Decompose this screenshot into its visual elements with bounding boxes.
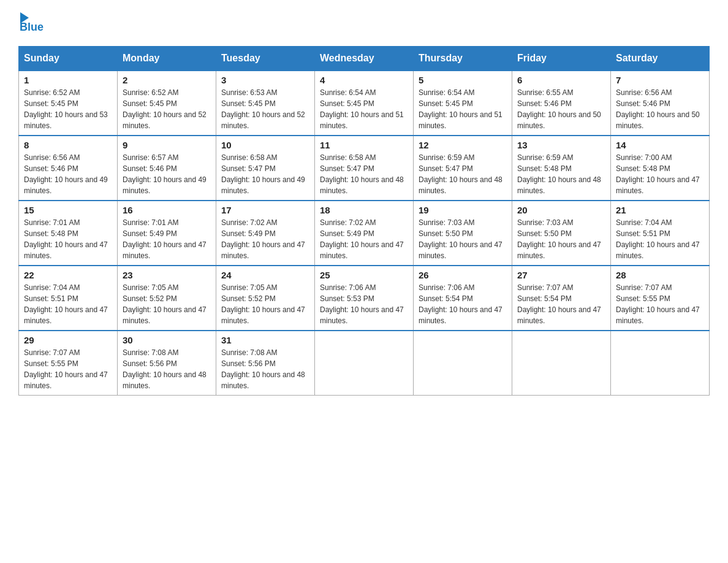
calendar-cell: 1Sunrise: 6:52 AMSunset: 5:45 PMDaylight… <box>19 71 118 136</box>
calendar-cell: 24Sunrise: 7:05 AMSunset: 5:52 PMDayligh… <box>216 266 315 331</box>
day-info: Sunrise: 6:55 AMSunset: 5:46 PMDaylight:… <box>517 87 605 131</box>
day-number: 15 <box>24 205 112 215</box>
calendar-cell: 9Sunrise: 6:57 AMSunset: 5:46 PMDaylight… <box>118 136 216 201</box>
calendar-cell: 4Sunrise: 6:54 AMSunset: 5:45 PMDaylight… <box>315 71 414 136</box>
calendar-week-row: 1Sunrise: 6:52 AMSunset: 5:45 PMDaylight… <box>19 71 710 136</box>
calendar-cell: 7Sunrise: 6:56 AMSunset: 5:46 PMDaylight… <box>611 71 710 136</box>
day-number: 10 <box>221 140 309 150</box>
calendar-cell: 12Sunrise: 6:59 AMSunset: 5:47 PMDayligh… <box>414 136 512 201</box>
day-info: Sunrise: 7:00 AMSunset: 5:48 PMDaylight:… <box>616 152 704 196</box>
day-info: Sunrise: 6:59 AMSunset: 5:47 PMDaylight:… <box>419 152 507 196</box>
calendar-cell: 21Sunrise: 7:04 AMSunset: 5:51 PMDayligh… <box>611 201 710 266</box>
day-number: 2 <box>123 75 211 85</box>
day-info: Sunrise: 6:58 AMSunset: 5:47 PMDaylight:… <box>221 152 309 196</box>
day-info: Sunrise: 7:07 AMSunset: 5:55 PMDaylight:… <box>616 282 704 326</box>
calendar-cell: 17Sunrise: 7:02 AMSunset: 5:49 PMDayligh… <box>216 201 315 266</box>
day-info: Sunrise: 7:04 AMSunset: 5:51 PMDaylight:… <box>616 217 704 261</box>
day-number: 4 <box>320 75 408 85</box>
calendar-cell: 2Sunrise: 6:52 AMSunset: 5:45 PMDaylight… <box>118 71 216 136</box>
weekday-header-thursday: Thursday <box>414 47 512 71</box>
day-number: 20 <box>517 205 605 215</box>
day-number: 28 <box>616 270 704 280</box>
calendar-cell: 26Sunrise: 7:06 AMSunset: 5:54 PMDayligh… <box>414 266 512 331</box>
day-info: Sunrise: 7:05 AMSunset: 5:52 PMDaylight:… <box>123 282 211 326</box>
day-number: 23 <box>123 270 211 280</box>
day-info: Sunrise: 6:52 AMSunset: 5:45 PMDaylight:… <box>123 87 211 131</box>
day-info: Sunrise: 7:07 AMSunset: 5:55 PMDaylight:… <box>24 347 112 391</box>
day-number: 1 <box>24 75 112 85</box>
day-number: 21 <box>616 205 704 215</box>
day-info: Sunrise: 7:01 AMSunset: 5:49 PMDaylight:… <box>123 217 211 261</box>
calendar-week-row: 22Sunrise: 7:04 AMSunset: 5:51 PMDayligh… <box>19 266 710 331</box>
weekday-header-sunday: Sunday <box>19 47 118 71</box>
day-info: Sunrise: 6:54 AMSunset: 5:45 PMDaylight:… <box>320 87 408 131</box>
calendar-cell: 25Sunrise: 7:06 AMSunset: 5:53 PMDayligh… <box>315 266 414 331</box>
weekday-header-saturday: Saturday <box>611 47 710 71</box>
day-number: 18 <box>320 205 408 215</box>
calendar-cell <box>512 331 611 396</box>
calendar-cell: 3Sunrise: 6:53 AMSunset: 5:45 PMDaylight… <box>216 71 315 136</box>
day-info: Sunrise: 7:02 AMSunset: 5:49 PMDaylight:… <box>221 217 309 261</box>
calendar-week-row: 15Sunrise: 7:01 AMSunset: 5:48 PMDayligh… <box>19 201 710 266</box>
calendar-cell: 8Sunrise: 6:56 AMSunset: 5:46 PMDaylight… <box>19 136 118 201</box>
calendar-cell: 10Sunrise: 6:58 AMSunset: 5:47 PMDayligh… <box>216 136 315 201</box>
day-number: 30 <box>123 335 211 345</box>
calendar-cell: 5Sunrise: 6:54 AMSunset: 5:45 PMDaylight… <box>414 71 512 136</box>
day-info: Sunrise: 7:01 AMSunset: 5:48 PMDaylight:… <box>24 217 112 261</box>
day-number: 25 <box>320 270 408 280</box>
day-info: Sunrise: 6:54 AMSunset: 5:45 PMDaylight:… <box>419 87 507 131</box>
day-info: Sunrise: 7:04 AMSunset: 5:51 PMDaylight:… <box>24 282 112 326</box>
day-info: Sunrise: 7:08 AMSunset: 5:56 PMDaylight:… <box>221 347 309 391</box>
day-info: Sunrise: 7:06 AMSunset: 5:54 PMDaylight:… <box>419 282 507 326</box>
day-number: 31 <box>221 335 309 345</box>
calendar-cell <box>611 331 710 396</box>
calendar-cell: 27Sunrise: 7:07 AMSunset: 5:54 PMDayligh… <box>512 266 611 331</box>
day-info: Sunrise: 7:02 AMSunset: 5:49 PMDaylight:… <box>320 217 408 261</box>
day-info: Sunrise: 7:08 AMSunset: 5:56 PMDaylight:… <box>123 347 211 391</box>
day-info: Sunrise: 6:53 AMSunset: 5:45 PMDaylight:… <box>221 87 309 131</box>
logo: Blue <box>18 12 44 34</box>
calendar-week-row: 8Sunrise: 6:56 AMSunset: 5:46 PMDaylight… <box>19 136 710 201</box>
day-info: Sunrise: 7:06 AMSunset: 5:53 PMDaylight:… <box>320 282 408 326</box>
day-number: 8 <box>24 140 112 150</box>
weekday-header-monday: Monday <box>118 47 216 71</box>
day-number: 12 <box>419 140 507 150</box>
day-info: Sunrise: 7:05 AMSunset: 5:52 PMDaylight:… <box>221 282 309 326</box>
logo-subtitle: Blue <box>20 21 44 34</box>
day-info: Sunrise: 6:58 AMSunset: 5:47 PMDaylight:… <box>320 152 408 196</box>
calendar-table: SundayMondayTuesdayWednesdayThursdayFrid… <box>18 46 710 396</box>
day-number: 14 <box>616 140 704 150</box>
calendar-cell: 18Sunrise: 7:02 AMSunset: 5:49 PMDayligh… <box>315 201 414 266</box>
day-number: 19 <box>419 205 507 215</box>
calendar-cell: 31Sunrise: 7:08 AMSunset: 5:56 PMDayligh… <box>216 331 315 396</box>
day-number: 26 <box>419 270 507 280</box>
day-number: 7 <box>616 75 704 85</box>
calendar-cell: 20Sunrise: 7:03 AMSunset: 5:50 PMDayligh… <box>512 201 611 266</box>
day-number: 22 <box>24 270 112 280</box>
day-number: 9 <box>123 140 211 150</box>
calendar-cell: 16Sunrise: 7:01 AMSunset: 5:49 PMDayligh… <box>118 201 216 266</box>
day-number: 3 <box>221 75 309 85</box>
calendar-cell: 22Sunrise: 7:04 AMSunset: 5:51 PMDayligh… <box>19 266 118 331</box>
day-number: 5 <box>419 75 507 85</box>
day-info: Sunrise: 7:03 AMSunset: 5:50 PMDaylight:… <box>419 217 507 261</box>
weekday-header-row: SundayMondayTuesdayWednesdayThursdayFrid… <box>19 47 710 71</box>
day-number: 11 <box>320 140 408 150</box>
day-number: 16 <box>123 205 211 215</box>
day-info: Sunrise: 7:03 AMSunset: 5:50 PMDaylight:… <box>517 217 605 261</box>
calendar-cell: 6Sunrise: 6:55 AMSunset: 5:46 PMDaylight… <box>512 71 611 136</box>
calendar-cell <box>414 331 512 396</box>
day-number: 6 <box>517 75 605 85</box>
calendar-week-row: 29Sunrise: 7:07 AMSunset: 5:55 PMDayligh… <box>19 331 710 396</box>
weekday-header-friday: Friday <box>512 47 611 71</box>
calendar-cell: 28Sunrise: 7:07 AMSunset: 5:55 PMDayligh… <box>611 266 710 331</box>
day-number: 27 <box>517 270 605 280</box>
calendar-cell: 11Sunrise: 6:58 AMSunset: 5:47 PMDayligh… <box>315 136 414 201</box>
calendar-cell: 29Sunrise: 7:07 AMSunset: 5:55 PMDayligh… <box>19 331 118 396</box>
day-number: 17 <box>221 205 309 215</box>
day-number: 24 <box>221 270 309 280</box>
day-info: Sunrise: 6:57 AMSunset: 5:46 PMDaylight:… <box>123 152 211 196</box>
calendar-cell: 13Sunrise: 6:59 AMSunset: 5:48 PMDayligh… <box>512 136 611 201</box>
day-number: 13 <box>517 140 605 150</box>
calendar-cell: 23Sunrise: 7:05 AMSunset: 5:52 PMDayligh… <box>118 266 216 331</box>
